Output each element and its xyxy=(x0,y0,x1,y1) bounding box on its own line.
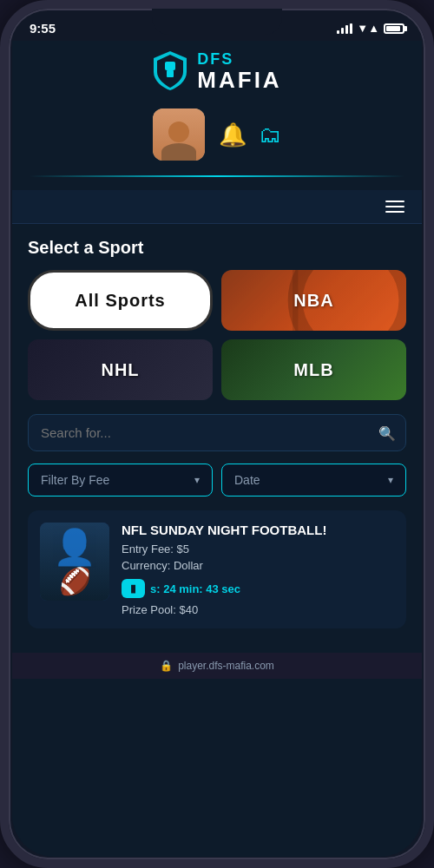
lock-icon: 🔒 xyxy=(160,660,173,672)
phone-frame: 9:55 ▼▲ DFS xyxy=(0,0,434,868)
app-header: DFS MAFIA 🔔 🗂 xyxy=(12,41,422,190)
sport-btn-nhl[interactable]: NHL xyxy=(28,339,213,400)
browser-bar: 🔒 player.dfs-mafia.com xyxy=(12,653,422,679)
avatar[interactable] xyxy=(153,108,205,161)
all-sports-label: All Sports xyxy=(75,291,165,311)
filter-fee-label: Filter By Fee xyxy=(41,473,109,487)
notch xyxy=(152,9,282,35)
user-icons: 🔔 🗂 xyxy=(219,122,281,148)
sport-btn-mlb[interactable]: MLB xyxy=(221,339,406,400)
filter-by-fee-dropdown[interactable]: Filter By Fee ▾ xyxy=(28,464,213,496)
logo-shield-icon xyxy=(152,49,188,91)
nhl-label: NHL xyxy=(101,360,139,380)
logo-area: DFS MAFIA xyxy=(30,49,404,91)
sports-grid: All Sports NBA NHL MLB xyxy=(28,270,406,400)
filter-fee-chevron-icon: ▾ xyxy=(194,474,200,486)
currency: Currency: Dollar xyxy=(122,559,394,572)
entry-fee: Entry Fee: $5 xyxy=(122,542,394,556)
hamburger-menu-icon[interactable] xyxy=(385,201,404,213)
logo-dfs: DFS xyxy=(197,50,281,69)
prize-pool: Prize Pool: $40 xyxy=(122,603,394,616)
filter-date-label: Date xyxy=(234,473,260,487)
nfl-player-image xyxy=(40,523,109,601)
contest-card: NFL SUNDAY NIGHT FOOTBALL! Entry Fee: $5… xyxy=(28,510,406,628)
user-row: 🔔 🗂 xyxy=(30,104,404,165)
nba-label: NBA xyxy=(293,291,333,311)
filters-row: Filter By Fee ▾ Date ▾ xyxy=(28,464,406,496)
countdown-badge[interactable]: ▮ xyxy=(122,579,145,598)
battery-icon xyxy=(384,23,404,34)
header-divider xyxy=(30,175,404,177)
section-title: Select a Sport xyxy=(28,238,406,258)
status-icons: ▼▲ xyxy=(337,22,404,35)
filter-date-dropdown[interactable]: Date ▾ xyxy=(221,464,406,496)
signal-icon xyxy=(337,23,352,34)
mlb-label: MLB xyxy=(293,360,333,380)
sport-btn-nba[interactable]: NBA xyxy=(221,270,406,331)
main-content: Select a Sport All Sports NBA NHL MLB xyxy=(12,224,422,653)
wifi-icon: ▼▲ xyxy=(357,22,379,35)
search-input[interactable] xyxy=(28,414,406,451)
browser-url: player.dfs-mafia.com xyxy=(178,660,274,672)
search-container: 🔍 xyxy=(28,414,406,451)
svg-rect-1 xyxy=(167,70,174,77)
folder-icon[interactable]: 🗂 xyxy=(259,122,281,148)
countdown-text: s: 24 min: 43 sec xyxy=(150,582,240,595)
sport-btn-all-sports[interactable]: All Sports xyxy=(28,270,213,331)
contest-info: NFL SUNDAY NIGHT FOOTBALL! Entry Fee: $5… xyxy=(122,523,394,616)
logo-mafia: MAFIA xyxy=(197,69,281,91)
countdown-row: ▮ s: 24 min: 43 sec xyxy=(122,579,394,598)
contest-title: NFL SUNDAY NIGHT FOOTBALL! xyxy=(122,523,394,537)
search-icon[interactable]: 🔍 xyxy=(378,424,396,441)
app-content: DFS MAFIA 🔔 🗂 xyxy=(12,41,422,857)
nav-bar xyxy=(12,190,422,224)
status-time: 9:55 xyxy=(30,21,56,36)
contest-thumbnail xyxy=(40,523,109,601)
filter-date-chevron-icon: ▾ xyxy=(388,474,393,486)
logo-text: DFS MAFIA xyxy=(197,50,281,91)
bell-icon[interactable]: 🔔 xyxy=(219,122,247,148)
svg-rect-0 xyxy=(165,62,175,70)
